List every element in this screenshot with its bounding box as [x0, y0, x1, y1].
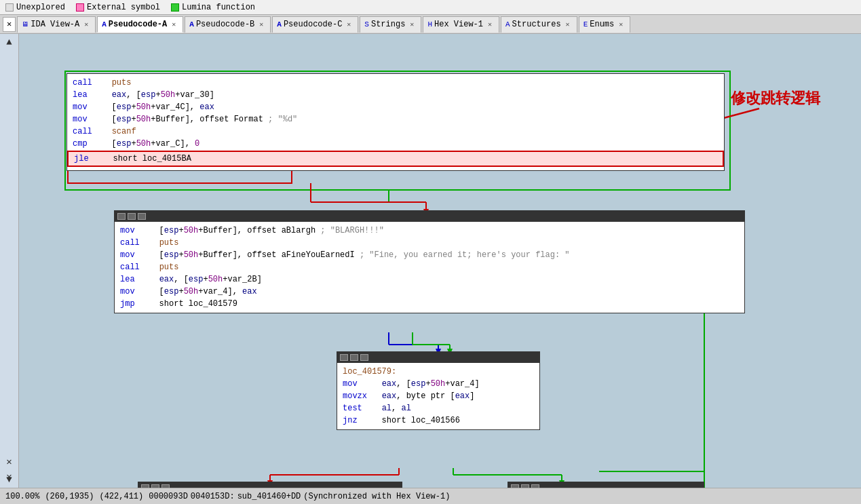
block-btn-2[interactable]: [128, 213, 136, 220]
tab-hex-icon: H: [427, 20, 432, 28]
lumina-label: Lumina function: [182, 3, 255, 12]
tab-ida-label: IDA View-A: [31, 20, 79, 29]
legend-external: External symbol: [76, 3, 160, 12]
tab-bar: ✕ 🖥 IDA View-A ✕ A Pseudocode-A ✕ A Pseu…: [0, 15, 861, 34]
legend-lumina: Lumina function: [171, 3, 255, 12]
status-addr2: 0040153D:: [191, 492, 235, 501]
legend-bar: Unexplored External symbol Lumina functi…: [0, 0, 861, 15]
tab-hex-label: Hex View-1: [434, 20, 483, 29]
code-block-4: lea eax, [esp+50h+var_2B]: [138, 482, 402, 488]
annotation-text: 修改跳转逻辑: [731, 88, 820, 109]
graph-canvas[interactable]: 修改跳转逻辑 call puts lea eax, [esp+50h+var_3…: [19, 34, 861, 488]
tab-enums-icon: E: [583, 20, 588, 28]
code-block-3: loc_401579: mov eax, [esp+50h+var_4] mov…: [337, 351, 540, 430]
code-block-5-header: [508, 482, 704, 488]
status-sync: (Synchronized with Hex View-1): [303, 492, 450, 501]
status-address: 0000093D: [149, 492, 188, 501]
tab-enums-label: Enums: [590, 20, 614, 29]
close-button[interactable]: ✕: [6, 471, 12, 482]
tab-pseudo-c-icon: A: [277, 20, 282, 28]
tab-structures[interactable]: A Structures ✕: [501, 16, 577, 33]
code-block-1-body: call puts lea eax, [esp+50h+var_30] mov …: [67, 74, 724, 170]
status-bar: 100.00% (260,1935) (422,411) 0000093D 00…: [0, 488, 861, 504]
tab-ida-icon: 🖥: [22, 20, 28, 28]
tab-pseudo-b-close[interactable]: ✕: [256, 20, 266, 29]
tab-pseudo-a-label: Pseudocode-A: [109, 20, 167, 29]
block-btn-3-1[interactable]: [340, 354, 348, 361]
status-zoom: 100.00%: [5, 492, 39, 501]
tab-pseudocode-c[interactable]: A Pseudocode-C ✕: [272, 16, 358, 33]
external-label: External symbol: [87, 3, 160, 12]
tab-struct-close[interactable]: ✕: [563, 20, 573, 29]
block-btn-3[interactable]: [138, 213, 146, 220]
tab-ida-close[interactable]: ✕: [81, 20, 91, 29]
code-block-5: #01566: [508, 482, 704, 488]
block-btn-3-3[interactable]: [360, 354, 368, 361]
tab-struct-icon: A: [505, 20, 510, 28]
tab-structures-label: Structures: [512, 20, 561, 29]
tab-pseudocode-a[interactable]: A Pseudocode-A ✕: [97, 16, 183, 33]
tab-hex-view[interactable]: H Hex View-1 ✕: [423, 16, 499, 33]
code-block-3-header: [337, 352, 539, 363]
code-block-2-body: mov [esp+50h+Buffer], offset aBlargh ; "…: [115, 222, 744, 313]
scroll-up-arrow[interactable]: ▲: [6, 37, 12, 47]
tab-ida-view[interactable]: 🖥 IDA View-A ✕: [17, 16, 96, 33]
code-block-4-header: [138, 482, 402, 488]
left-sidebar: ▲ ▼ ✕ ✕: [0, 34, 19, 488]
code-block-3-body: loc_401579: mov eax, [esp+50h+var_4] mov…: [337, 363, 539, 429]
close-all-button[interactable]: ✕: [3, 17, 16, 32]
tab-pseudo-c-close[interactable]: ✕: [344, 20, 353, 29]
tab-pseudo-b-icon: A: [189, 20, 194, 28]
collapse-button[interactable]: ✕: [6, 456, 12, 467]
tab-pseudocode-b[interactable]: A Pseudocode-B ✕: [185, 16, 271, 33]
code-block-2-header: [115, 211, 744, 222]
tab-pseudo-c-label: Pseudocode-C: [284, 20, 342, 29]
external-icon: [76, 3, 84, 12]
tab-strings-label: Strings: [371, 20, 405, 29]
tab-strings[interactable]: S Strings ✕: [360, 16, 421, 33]
tab-strings-close[interactable]: ✕: [407, 20, 417, 29]
code-block-2: mov [esp+50h+Buffer], offset aBlargh ; "…: [114, 210, 745, 313]
tab-strings-icon: S: [364, 20, 369, 28]
tab-pseudo-a-icon: A: [102, 20, 107, 28]
tab-pseudo-a-close[interactable]: ✕: [169, 20, 178, 29]
main-area: ▲ ▼ ✕ ✕: [0, 34, 861, 488]
lumina-icon: [171, 3, 179, 12]
legend-unexplored: Unexplored: [5, 3, 65, 12]
tab-pseudo-b-label: Pseudocode-B: [196, 20, 254, 29]
tab-enums[interactable]: E Enums ✕: [579, 16, 631, 33]
block-btn-1[interactable]: [117, 213, 126, 220]
block-btn-3-2[interactable]: [350, 354, 358, 361]
status-coords2: (422,411): [99, 492, 143, 501]
tab-enums-close[interactable]: ✕: [616, 20, 626, 29]
status-func: sub_401460+DD: [237, 492, 301, 501]
unexplored-label: Unexplored: [16, 3, 65, 12]
unexplored-icon: [5, 3, 14, 12]
tab-hex-close[interactable]: ✕: [485, 20, 495, 29]
status-coords: (260,1935): [45, 492, 94, 501]
code-block-1: call puts lea eax, [esp+50h+var_30] mov …: [66, 73, 725, 171]
